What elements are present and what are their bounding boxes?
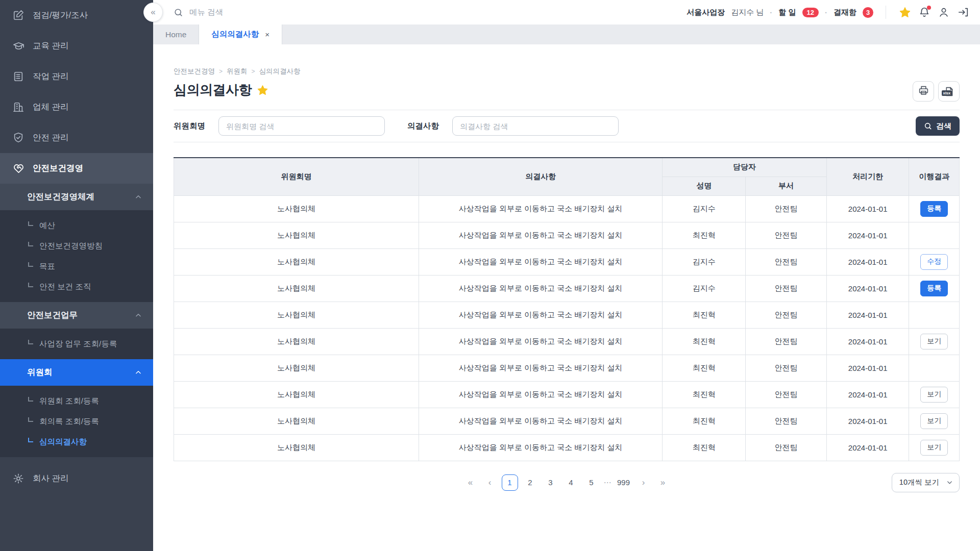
table-header: 위원회명 의결사항 담당자 처리기한 이행결과 성명 부서 xyxy=(174,158,960,195)
menu-search-input[interactable] xyxy=(189,8,404,17)
table-row: 노사협의체 사상작업을 외부로 이동하고 국소 배기장치 설치 최진혁 안전팀 … xyxy=(174,381,960,408)
sidebar-section-management-system[interactable]: 안전보건경영체계 xyxy=(0,184,153,210)
row-action-button[interactable]: 보기 xyxy=(920,334,948,349)
subitem-label: 회의록 조회/등록 xyxy=(39,416,99,427)
page-number-1[interactable]: 1 xyxy=(502,474,518,491)
cell-committee: 노사협의체 xyxy=(174,328,419,355)
approval-link[interactable]: 결재함 xyxy=(834,8,856,17)
cell-resolution: 사상작업을 외부로 이동하고 국소 배기장치 설치 xyxy=(419,195,663,222)
breadcrumb-item[interactable]: 위원회 xyxy=(227,67,248,76)
print-button[interactable] xyxy=(913,81,934,102)
bell-icon[interactable] xyxy=(918,6,931,19)
sidebar-subitem-budget[interactable]: 예산 xyxy=(0,215,153,236)
dot-separator: · xyxy=(825,8,827,17)
row-action-button[interactable]: 수정 xyxy=(920,254,948,270)
cell-dept: 안전팀 xyxy=(746,328,827,355)
submenu-safety-health-work: 사업장 업무 조회/등록 xyxy=(0,329,153,359)
cell-committee: 노사협의체 xyxy=(174,275,419,302)
cell-resolution: 사상작업을 외부로 이동하고 국소 배기장치 설치 xyxy=(419,248,663,275)
sidebar-section-safety-health-work[interactable]: 안전보건업무 xyxy=(0,302,153,329)
todo-link[interactable]: 할 일 xyxy=(778,8,796,17)
search-icon xyxy=(924,122,932,130)
sidebar-item-safety-health-mgmt[interactable]: 안전보건경영 xyxy=(0,153,153,184)
page-number-5[interactable]: 5 xyxy=(583,474,600,491)
building-icon xyxy=(12,101,24,113)
tab-resolutions[interactable]: 심의의결사항 × xyxy=(199,24,282,44)
cell-name: 김지수 xyxy=(663,275,746,302)
sidebar-subitem-resolutions[interactable]: 심의의결사항 xyxy=(0,432,153,452)
cell-dept: 안전팀 xyxy=(746,381,827,408)
col-header-resolution: 의결사항 xyxy=(419,158,663,195)
cell-name: 최진혁 xyxy=(663,222,746,248)
sidebar-collapse-button[interactable]: « xyxy=(143,3,163,22)
sidebar-subitem-committee-list[interactable]: 위원회 조회/등록 xyxy=(0,391,153,411)
cell-deadline: 2024-01-01 xyxy=(826,434,909,461)
cell-name: 최진혁 xyxy=(663,302,746,328)
row-action-button[interactable]: 보기 xyxy=(920,413,948,429)
star-icon[interactable] xyxy=(898,6,912,19)
sidebar-item-company-admin[interactable]: 회사 관리 xyxy=(0,463,153,494)
row-action-button[interactable]: 등록 xyxy=(920,201,948,217)
chevron-up-icon xyxy=(135,369,142,376)
approval-count-badge: 3 xyxy=(863,7,873,18)
sidebar-subitem-policy[interactable]: 안전보건경영방침 xyxy=(0,236,153,256)
page-number-4[interactable]: 4 xyxy=(563,474,579,491)
logout-icon[interactable] xyxy=(957,6,970,19)
last-page-button[interactable]: » xyxy=(655,474,671,491)
row-action-button[interactable]: 보기 xyxy=(920,440,948,456)
cell-name: 김지수 xyxy=(663,248,746,275)
sidebar-item-safety[interactable]: 안전 관리 xyxy=(0,122,153,153)
row-action-button[interactable]: 보기 xyxy=(920,387,948,403)
sidebar-item-work[interactable]: 작업 관리 xyxy=(0,61,153,92)
excel-export-button[interactable]: xlsx xyxy=(938,81,960,102)
resolution-search-input[interactable] xyxy=(452,116,619,136)
submenu-management-system: 예산 안전보건경영방침 목표 안전 보건 조직 xyxy=(0,210,153,302)
cell-dept: 안전팀 xyxy=(746,434,827,461)
cell-action xyxy=(909,222,960,248)
first-page-button[interactable]: « xyxy=(463,474,478,491)
sidebar-item-label: 업체 관리 xyxy=(33,102,69,113)
cell-dept: 안전팀 xyxy=(746,355,827,381)
sidebar-subitem-goal[interactable]: 목표 xyxy=(0,256,153,277)
subitem-label: 사업장 업무 조회/등록 xyxy=(39,339,117,349)
sidebar-item-education[interactable]: 교육 관리 xyxy=(0,31,153,61)
page-number-2[interactable]: 2 xyxy=(522,474,538,491)
subitem-label: 예산 xyxy=(39,220,55,231)
page-number-3[interactable]: 3 xyxy=(543,474,559,491)
col-header-manager-group: 담당자 xyxy=(663,158,827,177)
printer-icon xyxy=(918,85,929,97)
cell-name: 최진혁 xyxy=(663,328,746,355)
sidebar-section-committee[interactable]: 위원회 xyxy=(0,359,153,386)
committee-search-input[interactable] xyxy=(218,116,385,136)
close-icon[interactable]: × xyxy=(265,30,270,39)
tab-home[interactable]: Home xyxy=(153,24,199,44)
table-row: 노사협의체 사상작업을 외부로 이동하고 국소 배기장치 설치 최진혁 안전팀 … xyxy=(174,328,960,355)
breadcrumb-item[interactable]: 안전보건경영 xyxy=(174,67,215,76)
cell-resolution: 사상작업을 외부로 이동하고 국소 배기장치 설치 xyxy=(419,408,663,434)
prev-page-button[interactable]: ‹ xyxy=(482,474,498,491)
sidebar-item-inspection[interactable]: 점검/평가/조사 xyxy=(0,0,153,31)
sidebar-item-company-mgmt[interactable]: 업체 관리 xyxy=(0,92,153,122)
sidebar-subitem-meeting-minutes[interactable]: 회의록 조회/등록 xyxy=(0,411,153,432)
page-number-last[interactable]: 999 xyxy=(616,474,632,491)
page-size-select[interactable]: 10개씩 보기 xyxy=(892,473,960,492)
favorite-star-icon[interactable] xyxy=(257,84,268,96)
next-page-button[interactable]: › xyxy=(636,474,651,491)
dot-separator: · xyxy=(770,8,772,17)
cell-action: 보기 xyxy=(909,381,960,408)
table-row: 노사협의체 사상작업을 외부로 이동하고 국소 배기장치 설치 김지수 안전팀 … xyxy=(174,248,960,275)
sidebar: 점검/평가/조사 교육 관리 작업 관리 업체 관리 안전 관리 xyxy=(0,0,153,551)
search-button[interactable]: 검색 xyxy=(916,116,960,136)
col-header-result: 이행결과 xyxy=(909,158,960,195)
row-action-button[interactable]: 등록 xyxy=(920,281,948,296)
sidebar-subitem-workplace-tasks[interactable]: 사업장 업무 조회/등록 xyxy=(0,334,153,354)
cell-deadline: 2024-01-01 xyxy=(826,408,909,434)
user-icon[interactable] xyxy=(937,6,950,19)
subitem-label: 위원회 조회/등록 xyxy=(39,396,99,407)
cell-action: 보기 xyxy=(909,328,960,355)
edit-icon xyxy=(12,9,24,21)
sidebar-subitem-organization[interactable]: 안전 보건 조직 xyxy=(0,277,153,297)
resolution-filter-label: 의결사항 xyxy=(407,121,439,132)
breadcrumb-item[interactable]: 심의의결사항 xyxy=(259,67,301,76)
cell-dept: 안전팀 xyxy=(746,275,827,302)
